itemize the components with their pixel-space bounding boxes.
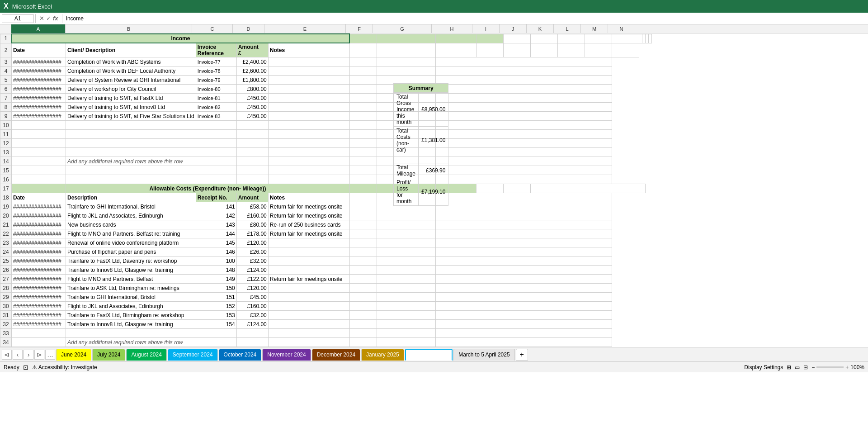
- tab-march-2025[interactable]: March to 5 April 2025: [453, 349, 514, 361]
- zoom-out-button[interactable]: −: [811, 364, 815, 370]
- cell-i1[interactable]: [585, 34, 612, 43]
- cell-a5[interactable]: ################: [12, 76, 66, 85]
- col-header-i[interactable]: I: [472, 24, 500, 33]
- cell-d2[interactable]: Amount£: [236, 43, 268, 57]
- col-header-b[interactable]: B: [66, 24, 192, 33]
- cell-e8[interactable]: [268, 103, 349, 112]
- cell-a3[interactable]: ################: [12, 57, 66, 66]
- col-header-n[interactable]: N: [608, 24, 635, 33]
- cell-d5[interactable]: £1,800.00: [236, 76, 268, 85]
- cell-b8[interactable]: Delivery of training to SMT, at Innov8 L…: [66, 103, 196, 112]
- tab-december-2024[interactable]: December 2024: [312, 349, 360, 361]
- cell-a4[interactable]: ################: [12, 66, 66, 76]
- cell-f7[interactable]: [349, 94, 377, 103]
- cell-f4[interactable]: [349, 66, 377, 76]
- cell-h6[interactable]: [435, 85, 612, 94]
- cell-f1[interactable]: [503, 34, 530, 43]
- tab-july-2024[interactable]: July 2024: [92, 349, 125, 361]
- cell-g1[interactable]: [530, 34, 557, 43]
- cell-reference-box[interactable]: [2, 14, 33, 23]
- cell-b9[interactable]: Delivery of training to SMT, at Five Sta…: [66, 112, 196, 121]
- col-header-a[interactable]: A: [11, 24, 66, 33]
- zoom-slider[interactable]: [816, 366, 844, 368]
- formula-input[interactable]: [64, 14, 866, 23]
- col-header-h[interactable]: H: [432, 24, 472, 33]
- cell-e1[interactable]: [476, 34, 503, 43]
- display-settings[interactable]: Display Settings: [744, 364, 783, 370]
- cell-h2[interactable]: [435, 43, 476, 57]
- cell-e18[interactable]: Notes: [268, 193, 349, 202]
- col-header-c[interactable]: C: [192, 24, 233, 33]
- cell-a6[interactable]: ################: [12, 85, 66, 94]
- cell-a17[interactable]: [12, 184, 66, 193]
- cell-d6[interactable]: £800.00: [236, 85, 268, 94]
- cell-f6[interactable]: [349, 85, 377, 94]
- cell-b2[interactable]: Client/ Description: [66, 43, 196, 57]
- confirm-icon[interactable]: ✓: [46, 15, 51, 22]
- cell-m1[interactable]: [645, 34, 648, 43]
- col-header-k[interactable]: K: [527, 24, 554, 33]
- cell-a10[interactable]: [12, 121, 66, 130]
- cell-h7[interactable]: [435, 94, 612, 103]
- cell-f9[interactable]: [349, 112, 377, 121]
- cell-d1[interactable]: [435, 34, 476, 43]
- cell-h3[interactable]: [435, 57, 612, 66]
- cell-b7[interactable]: Delivery of training to SMT, at FastX Lt…: [66, 94, 196, 103]
- cell-f5[interactable]: [349, 76, 377, 85]
- cell-e2[interactable]: Notes: [268, 43, 349, 57]
- col-header-m[interactable]: M: [581, 24, 608, 33]
- cell-d8[interactable]: £450.00: [236, 103, 268, 112]
- cell-c4[interactable]: Invoice-78: [196, 66, 236, 76]
- cell-h8[interactable]: [435, 103, 612, 112]
- cell-d4[interactable]: £2,600.00: [236, 66, 268, 76]
- cell-l1[interactable]: [642, 34, 645, 43]
- cell-d18[interactable]: Amount: [236, 193, 268, 202]
- cell-e7[interactable]: [268, 94, 349, 103]
- cell-m2[interactable]: [585, 43, 612, 57]
- cell-i2[interactable]: [476, 43, 503, 57]
- col-header-e[interactable]: E: [264, 24, 346, 33]
- cell-b18[interactable]: Description: [66, 193, 196, 202]
- cancel-icon[interactable]: ✕: [39, 15, 44, 22]
- cell-c17[interactable]: [349, 184, 377, 193]
- cell-c6[interactable]: Invoice-80: [196, 85, 236, 94]
- cell-b6[interactable]: Delivery of workshop for City Council: [66, 85, 196, 94]
- cell-g3[interactable]: [377, 57, 435, 66]
- cell-c9[interactable]: Invoice-83: [196, 112, 236, 121]
- cell-f8[interactable]: [349, 103, 377, 112]
- tab-september-2024[interactable]: September 2024: [168, 349, 218, 361]
- cell-g2[interactable]: [377, 43, 435, 57]
- cell-c8[interactable]: Invoice-82: [196, 103, 236, 112]
- cell-k1[interactable]: [639, 34, 642, 43]
- col-header-l[interactable]: L: [554, 24, 581, 33]
- tab-january-2025[interactable]: January 2025: [361, 349, 404, 361]
- cell-c7[interactable]: Invoice-81: [196, 94, 236, 103]
- cell-b17[interactable]: Allowable Costs (Expenditure (non- Milea…: [66, 184, 350, 193]
- cell-b1[interactable]: [349, 34, 377, 43]
- accessibility-button[interactable]: ⚠ Accessibility: Investigate: [32, 364, 97, 370]
- cell-c1[interactable]: [377, 34, 435, 43]
- tab-february-2025[interactable]: February 2025: [405, 349, 453, 361]
- cell-c2[interactable]: InvoiceReference: [196, 43, 236, 57]
- cell-c18[interactable]: Receipt No.: [196, 193, 236, 202]
- cell-h9[interactable]: [435, 112, 612, 121]
- cell-e3[interactable]: [268, 57, 349, 66]
- tab-october-2024[interactable]: October 2024: [219, 349, 262, 361]
- cell-e9[interactable]: [268, 112, 349, 121]
- cell-j2[interactable]: [503, 43, 530, 57]
- col-header-f[interactable]: F: [346, 24, 373, 33]
- fx-icon[interactable]: fx: [53, 15, 58, 22]
- cell-h5[interactable]: [435, 76, 612, 85]
- cell-b4[interactable]: Completion of Work with DEF Local Author…: [66, 66, 196, 76]
- col-header-d[interactable]: D: [233, 24, 264, 33]
- col-header-j[interactable]: J: [500, 24, 527, 33]
- cell-h4[interactable]: [435, 66, 612, 76]
- cell-a9[interactable]: ################: [12, 112, 66, 121]
- cell-l2[interactable]: [557, 43, 585, 57]
- page-layout-view-icon[interactable]: ▭: [795, 364, 800, 370]
- cell-e5[interactable]: [268, 76, 349, 85]
- tab-june-2024[interactable]: June 2024: [56, 349, 91, 361]
- cell-k2[interactable]: [530, 43, 557, 57]
- cell-n1[interactable]: [648, 34, 651, 43]
- cell-d7[interactable]: £450.00: [236, 94, 268, 103]
